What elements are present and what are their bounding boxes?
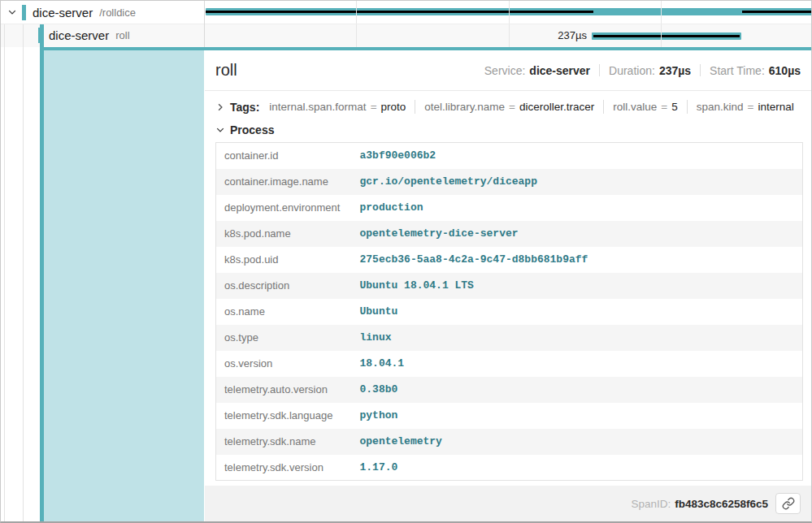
start-time-stat-label: Start Time: <box>710 64 765 77</box>
operation-name: roll <box>115 29 129 41</box>
tag-value: internal <box>758 101 793 113</box>
table-row: os.version18.04.1 <box>216 351 803 377</box>
tag-key: otel.library.name <box>424 101 505 113</box>
critical-path-segment <box>593 35 740 37</box>
tag-value: 5 <box>671 101 678 113</box>
table-row: os.typelinux <box>216 325 803 351</box>
tag-divider <box>415 100 415 114</box>
tags-section-toggle[interactable]: Tags: internal.span.format = proto otel.… <box>205 91 811 121</box>
field-key: telemetry.auto.version <box>216 377 355 403</box>
table-row: k8s.pod.uid275ecb36-5aa8-4c2a-9c47-d8bb6… <box>216 247 803 273</box>
tag-equals: = <box>748 101 754 113</box>
tag-divider <box>603 100 604 114</box>
chevron-down-icon <box>215 125 225 135</box>
field-value: Ubuntu 18.04.1 LTS <box>355 273 803 299</box>
critical-path-segment <box>742 11 812 13</box>
table-row: k8s.pod.nameopentelemetry-dice-server <box>216 221 803 247</box>
column-divider <box>204 1 205 47</box>
field-key: os.description <box>216 273 355 299</box>
span-duration-label: 237µs <box>204 24 587 47</box>
table-row: telemetry.auto.version0.38b0 <box>216 377 803 403</box>
table-row: container.image.namegcr.io/opentelemetry… <box>216 169 803 195</box>
tag-divider <box>687 100 688 114</box>
span-timeline-cell <box>204 1 812 24</box>
duration-stat-label: Duration: <box>609 64 655 77</box>
tag-equals: = <box>661 101 667 113</box>
span-detail-header: roll Service: dice-server Duration: 237µ… <box>205 50 811 91</box>
tags-label: Tags: <box>230 101 259 114</box>
critical-path-segment <box>206 11 593 13</box>
start-time-stat-value: 610µs <box>769 64 801 77</box>
field-value: linux <box>355 325 803 351</box>
field-key: telemetry.sdk.version <box>216 455 355 481</box>
field-key: k8s.pod.uid <box>216 247 355 273</box>
indent-guide <box>4 24 5 521</box>
field-value: 18.04.1 <box>355 351 803 377</box>
field-key: os.type <box>216 325 355 351</box>
span-name-cell[interactable]: dice-server roll <box>1 24 204 47</box>
link-icon <box>782 497 795 510</box>
field-key: telemetry.sdk.language <box>216 403 355 429</box>
table-row: os.nameUbuntu <box>216 299 803 325</box>
tag-value: proto <box>381 101 406 113</box>
tag-key: internal.span.format <box>269 101 366 113</box>
deep-link-button[interactable] <box>775 493 801 514</box>
service-name: dice-server <box>49 28 109 42</box>
span-detail-stats: Service: dice-server Duration: 237µs Sta… <box>484 64 801 77</box>
field-key: os.name <box>216 299 355 325</box>
field-value: production <box>355 195 803 221</box>
span-detail-footer: SpanID: fb483c8c6258f6c5 <box>205 486 811 521</box>
table-row: telemetry.sdk.languagepython <box>216 403 803 429</box>
tag-value: diceroller.tracer <box>519 101 594 113</box>
process-table: container.ida3bf90e006b2 container.image… <box>215 142 803 481</box>
span-name-cell[interactable]: dice-server /rolldice <box>1 1 204 24</box>
operation-name: /rolldice <box>99 6 136 19</box>
field-value: a3bf90e006b2 <box>355 143 803 169</box>
chevron-right-icon <box>215 102 225 112</box>
table-row: deployment.environmentproduction <box>216 195 803 221</box>
process-label: Process <box>230 123 274 136</box>
process-section-toggle[interactable]: Process <box>205 121 811 140</box>
stat-divider <box>700 64 701 76</box>
field-key: container.image.name <box>216 169 355 195</box>
field-value: gcr.io/opentelemetry/diceapp <box>355 169 803 195</box>
service-stat-label: Service: <box>484 64 526 77</box>
table-row: telemetry.sdk.nameopentelemetry <box>216 429 803 455</box>
indent-guide <box>23 24 24 521</box>
span-bar-child[interactable] <box>592 32 741 40</box>
tag-equals: = <box>509 101 515 113</box>
jaeger-trace-detail-view: dice-server /rolldice dice-server roll 2… <box>0 0 812 523</box>
field-value: 0.38b0 <box>355 377 803 403</box>
row-divider <box>1 24 812 24</box>
field-key: deployment.environment <box>216 195 355 221</box>
field-key: telemetry.sdk.name <box>216 429 355 455</box>
service-stat-value: dice-server <box>529 64 590 77</box>
trace-span-row-selected[interactable]: dice-server roll 237µs <box>1 24 812 47</box>
service-name: dice-server <box>33 6 93 19</box>
stat-divider <box>599 64 600 76</box>
span-id-label: SpanID: <box>631 498 671 510</box>
field-key: container.id <box>216 143 355 169</box>
table-row: container.ida3bf90e006b2 <box>216 143 803 169</box>
tag-equals: = <box>371 101 377 113</box>
tag-key: span.kind <box>697 101 744 113</box>
field-key: k8s.pod.name <box>216 221 355 247</box>
field-value: opentelemetry-dice-server <box>355 221 803 247</box>
table-row: os.descriptionUbuntu 18.04.1 LTS <box>216 273 803 299</box>
span-detail-panel: roll Service: dice-server Duration: 237µ… <box>205 50 811 521</box>
field-value: Ubuntu <box>355 299 803 325</box>
span-timeline-cell: 237µs <box>204 24 812 47</box>
field-value: 275ecb36-5aa8-4c2a-9c47-d8bb681b9aff <box>355 247 803 273</box>
tag-key: roll.value <box>613 101 657 113</box>
field-value: 1.17.0 <box>355 455 803 481</box>
trace-span-row-parent[interactable]: dice-server /rolldice <box>1 1 812 24</box>
duration-stat-value: 237µs <box>659 64 691 77</box>
span-color-accent <box>22 5 26 20</box>
span-id-value: fb483c8c6258f6c5 <box>675 498 768 510</box>
field-key: os.version <box>216 351 355 377</box>
chevron-down-icon[interactable] <box>7 7 17 17</box>
selected-span-highlight <box>44 47 204 521</box>
field-value: python <box>355 403 803 429</box>
field-value: opentelemetry <box>355 429 803 455</box>
table-row: telemetry.sdk.version1.17.0 <box>216 455 803 481</box>
